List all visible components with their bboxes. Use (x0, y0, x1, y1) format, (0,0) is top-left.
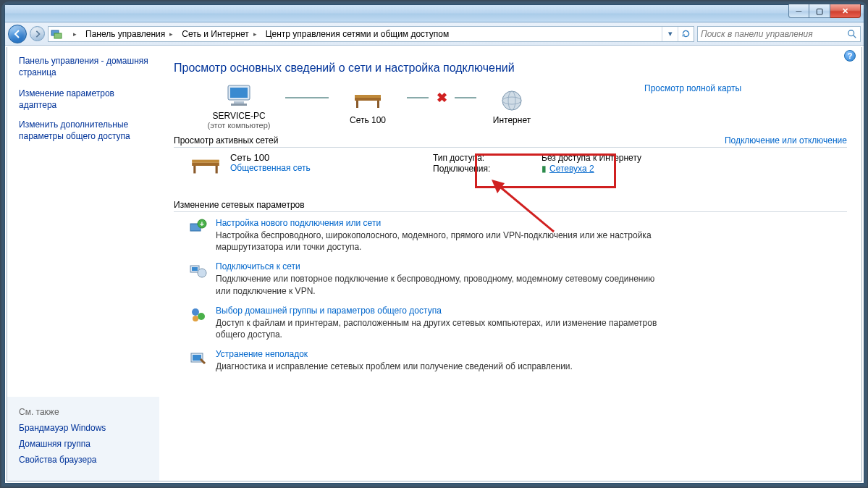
task-title[interactable]: Подключиться к сети (216, 261, 847, 272)
svg-point-28 (198, 313, 205, 320)
network-name: Сеть 100 (230, 152, 404, 163)
diagram-connector (455, 97, 476, 98)
address-dropdown-button[interactable]: ▾ (662, 27, 678, 41)
svg-rect-8 (355, 95, 381, 98)
sidebar-home-link[interactable]: Панель управления - домашняя страница (19, 56, 151, 78)
diagram-connector (285, 97, 329, 98)
diagram-label: Интернет (493, 115, 531, 125)
content-pane: ? Просмотр основных сведений о сети и на… (159, 47, 861, 481)
minimize-button[interactable]: ─ (788, 4, 809, 18)
task-desc: Подключение или повторное подключение к … (216, 273, 665, 296)
diagram-internet: Интернет (479, 88, 544, 125)
breadcrumb[interactable]: ▸ (64, 27, 81, 41)
section-label: Изменение сетевых параметров (174, 200, 305, 210)
svg-point-26 (198, 269, 206, 277)
sidebar-item-firewall[interactable]: Брандмауэр Windows (19, 423, 151, 433)
control-panel-window: ─ ▢ ✕ ▸ Панель управления▸ Сеть и Интерн… (4, 4, 864, 484)
task-new-connection[interactable]: + Настройка нового подключения или сети … (188, 218, 847, 253)
refresh-icon (681, 29, 691, 38)
svg-rect-15 (192, 160, 219, 163)
main-area: Панель управления - домашняя страница Из… (7, 47, 862, 481)
svg-rect-18 (216, 166, 218, 173)
diagram-this-computer: SERVICE-PC (этот компьютер) (195, 83, 282, 130)
search-placeholder: Поиск в панели управления (701, 29, 813, 39)
svg-rect-1 (54, 33, 62, 38)
troubleshoot-icon (188, 348, 208, 369)
breadcrumb-label: Панель управления (85, 29, 165, 39)
svg-point-2 (848, 30, 854, 35)
network-type-link[interactable]: Общественная сеть (230, 163, 404, 173)
connection-broken-icon: ✖ (434, 91, 449, 105)
svg-rect-16 (192, 163, 219, 166)
navigation-bar: ▸ Панель управления▸ Сеть и Интернет▸ Це… (5, 22, 864, 46)
svg-rect-5 (230, 88, 248, 98)
diagram-label: Сеть 100 (350, 115, 386, 125)
svg-rect-9 (355, 98, 381, 101)
svg-rect-10 (356, 101, 358, 108)
section-change-settings: Изменение сетевых параметров (174, 200, 847, 212)
network-center-icon (49, 28, 64, 40)
back-button[interactable] (8, 25, 27, 43)
sidebar-item-homegroup[interactable]: Домашняя группа (19, 439, 151, 449)
connect-network-icon (188, 261, 208, 281)
svg-rect-7 (231, 104, 247, 106)
section-label: Просмотр активных сетей (174, 135, 278, 146)
diagram-network: Сеть 100 (332, 88, 404, 125)
network-map-diagram: SERVICE-PC (этот компьютер) Сеть 100 ✖ (195, 83, 847, 130)
svg-text:+: + (200, 220, 204, 228)
titlebar: ─ ▢ ✕ (5, 5, 864, 22)
arrow-right-icon (34, 30, 41, 38)
computer-icon (224, 83, 254, 109)
page-title: Просмотр основных сведений о сети и наст… (174, 62, 847, 75)
task-title[interactable]: Настройка нового подключения или сети (216, 218, 847, 228)
svg-point-29 (193, 316, 198, 321)
task-desc: Доступ к файлам и принтерам, расположенн… (216, 317, 665, 340)
svg-rect-6 (234, 101, 244, 104)
refresh-button[interactable] (678, 27, 694, 41)
sidebar-item-sharing-settings[interactable]: Изменить дополнительные параметры общего… (19, 119, 151, 142)
task-desc: Диагностика и исправление сетевых пробле… (216, 361, 665, 372)
maximize-button[interactable]: ▢ (809, 4, 830, 18)
network-identity: Сеть 100 Общественная сеть (230, 152, 404, 173)
svg-line-3 (854, 35, 856, 38)
svg-rect-25 (192, 267, 198, 271)
task-title[interactable]: Выбор домашней группы и параметров общег… (216, 306, 847, 316)
address-bar[interactable]: ▸ Панель управления▸ Сеть и Интернет▸ Це… (48, 26, 694, 42)
diagram-label: SERVICE-PC (212, 111, 265, 121)
svg-point-12 (502, 91, 521, 110)
diagram-sublabel: (этот компьютер) (207, 121, 270, 130)
breadcrumb[interactable]: Сеть и Интернет▸ (177, 27, 261, 41)
search-input[interactable]: Поиск в панели управления (697, 26, 861, 42)
sidebar-see-also: См. также Брандмауэр Windows Домашняя гр… (7, 397, 159, 481)
search-icon (847, 29, 857, 39)
sidebar-item-adapter-settings[interactable]: Изменение параметров адаптера (19, 88, 151, 111)
see-also-label: См. также (19, 407, 151, 417)
task-homegroup-sharing[interactable]: Выбор домашней группы и параметров общег… (188, 306, 847, 340)
task-connect-network[interactable]: Подключиться к сети Подключение или повт… (188, 261, 847, 296)
window-controls: ─ ▢ ✕ (788, 4, 861, 22)
highlight-annotation (475, 153, 616, 188)
task-troubleshoot[interactable]: Устранение неполадок Диагностика и испра… (188, 349, 847, 372)
sidebar: Панель управления - домашняя страница Из… (7, 47, 159, 481)
breadcrumb[interactable]: Панель управления▸ (81, 27, 177, 41)
breadcrumb[interactable]: Центр управления сетями и общим доступом (261, 27, 451, 41)
new-connection-icon: + (188, 217, 208, 237)
forward-button[interactable] (30, 26, 45, 41)
svg-rect-11 (377, 101, 379, 108)
homegroup-icon (188, 305, 208, 325)
svg-point-27 (192, 308, 199, 316)
bench-icon (352, 88, 384, 114)
arrow-left-icon (13, 30, 22, 38)
close-button[interactable]: ✕ (830, 4, 861, 18)
help-button[interactable]: ? (844, 50, 856, 62)
task-title[interactable]: Устранение неполадок (216, 349, 847, 359)
breadcrumb-label: Центр управления сетями и общим доступом (266, 29, 450, 39)
view-full-map-link[interactable]: Просмотр полной карты (644, 83, 741, 93)
sidebar-item-internet-options[interactable]: Свойства браузера (19, 455, 151, 465)
task-desc: Настройка беспроводного, широкополосного… (216, 230, 665, 253)
diagram-connector (407, 97, 429, 98)
connect-disconnect-link[interactable]: Подключение или отключение (725, 135, 847, 146)
globe-icon (500, 88, 523, 114)
section-active-networks: Просмотр активных сетей Подключение или … (174, 135, 847, 148)
bench-icon (188, 153, 223, 178)
